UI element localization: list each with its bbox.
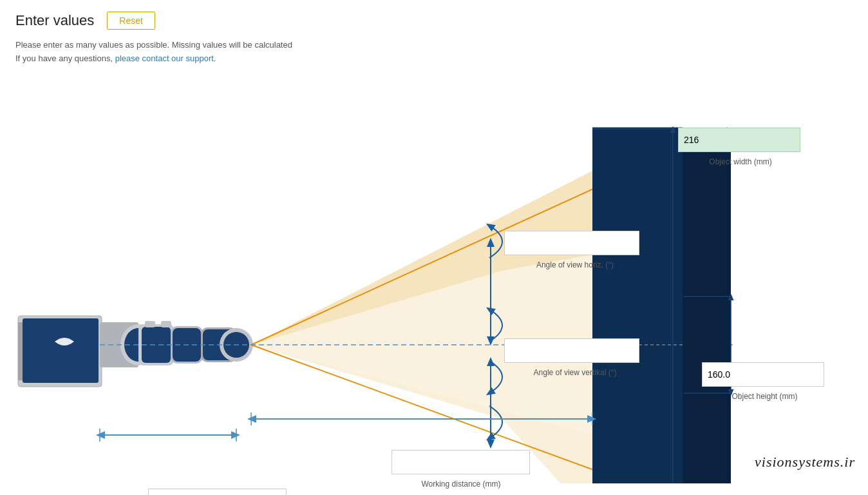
angle-horiz-label: Angle of view horiz. (°) bbox=[511, 260, 639, 269]
angle-vert-input[interactable] bbox=[504, 338, 639, 363]
reset-button[interactable]: Reset bbox=[107, 12, 155, 30]
svg-marker-25 bbox=[683, 128, 731, 483]
object-height-input[interactable] bbox=[702, 362, 824, 387]
object-height-label: Object height (mm) bbox=[708, 392, 821, 401]
object-width-input[interactable] bbox=[678, 128, 800, 152]
svg-rect-14 bbox=[145, 321, 155, 327]
instruction-line1: Please enter as many values as possible.… bbox=[15, 39, 853, 52]
support-link[interactable]: please contact our support. bbox=[115, 53, 216, 63]
page-title: Enter values bbox=[15, 12, 94, 29]
angle-horiz-input[interactable] bbox=[504, 231, 639, 255]
working-distance-input[interactable] bbox=[392, 450, 530, 474]
working-distance-label: Working distance (mm) bbox=[399, 480, 523, 489]
diagram-area: Object width (mm) Angle of view horiz. (… bbox=[0, 71, 868, 483]
svg-rect-3 bbox=[23, 318, 99, 383]
logo: visionsystems.ir bbox=[755, 454, 855, 471]
header: Enter values Reset bbox=[0, 0, 868, 35]
instruction-line2: If you have any questions, please contac… bbox=[15, 52, 853, 66]
object-width-label: Object width (mm) bbox=[683, 157, 798, 166]
instructions: Please enter as many values as possible.… bbox=[0, 35, 868, 68]
focal-length-input[interactable] bbox=[148, 489, 287, 495]
svg-rect-15 bbox=[161, 321, 171, 327]
angle-vert-label: Angle of view vertikal (°) bbox=[511, 368, 639, 377]
